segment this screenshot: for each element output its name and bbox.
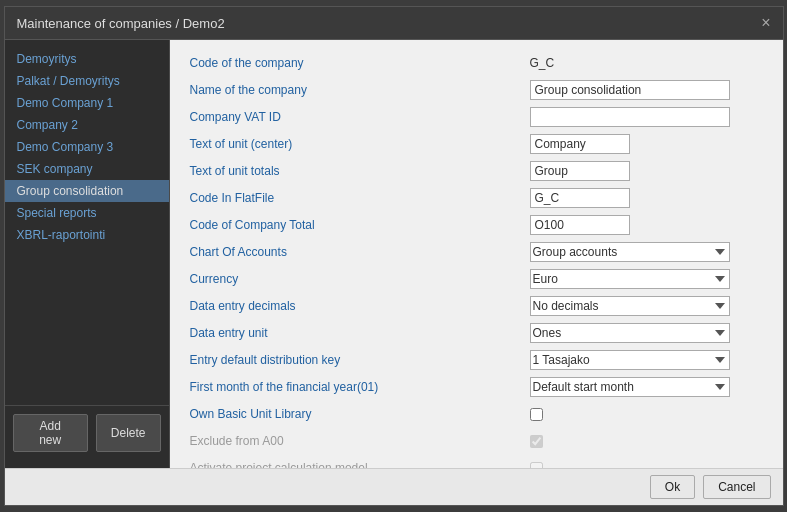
form-row-13: Own Basic Unit Library [190, 403, 763, 425]
delete-button[interactable]: Delete [96, 414, 161, 452]
form-row-1: Name of the company [190, 79, 763, 101]
form-select-10[interactable]: Ones [530, 323, 730, 343]
add-new-button[interactable]: Add new [13, 414, 88, 452]
form-input-6[interactable] [530, 215, 630, 235]
form-row-5: Code In FlatFile [190, 187, 763, 209]
close-button[interactable]: × [761, 15, 770, 31]
form-select-9[interactable]: No decimals [530, 296, 730, 316]
form-input-1[interactable] [530, 80, 730, 100]
dialog-footer: Ok Cancel [5, 468, 783, 505]
form-row-10: Data entry unitOnes [190, 322, 763, 344]
form-label-6: Code of Company Total [190, 218, 530, 232]
form-input-3[interactable] [530, 134, 630, 154]
dialog-title: Maintenance of companies / Demo2 [17, 16, 225, 31]
form-label-2: Company VAT ID [190, 110, 530, 124]
form-label-13: Own Basic Unit Library [190, 407, 530, 421]
sidebar-item-0[interactable]: Demoyritys [5, 48, 169, 70]
dialog-body: DemoyritysPalkat / DemoyritysDemo Compan… [5, 40, 783, 468]
form-label-12: First month of the financial year(01) [190, 380, 530, 394]
sidebar-item-8[interactable]: XBRL-raportointi [5, 224, 169, 246]
form-checkbox-13[interactable] [530, 408, 543, 421]
form-label-8: Currency [190, 272, 530, 286]
form-row-11: Entry default distribution key1 Tasajako [190, 349, 763, 371]
form-select-12[interactable]: Default start month [530, 377, 730, 397]
sidebar-item-3[interactable]: Company 2 [5, 114, 169, 136]
form-row-3: Text of unit (center) [190, 133, 763, 155]
sidebar-item-6[interactable]: Group consolidation [5, 180, 169, 202]
form-row-9: Data entry decimalsNo decimals [190, 295, 763, 317]
form-label-15: Activate project calculation model [190, 461, 530, 468]
form-label-14: Exclude from A00 [190, 434, 530, 448]
form-label-1: Name of the company [190, 83, 530, 97]
form-row-12: First month of the financial year(01)Def… [190, 376, 763, 398]
sidebar-item-1[interactable]: Palkat / Demoyritys [5, 70, 169, 92]
form-label-7: Chart Of Accounts [190, 245, 530, 259]
form-content: Code of the companyG_CName of the compan… [170, 40, 783, 468]
form-row-15: Activate project calculation model [190, 457, 763, 468]
form-label-4: Text of unit totals [190, 164, 530, 178]
sidebar-item-4[interactable]: Demo Company 3 [5, 136, 169, 158]
form-input-5[interactable] [530, 188, 630, 208]
sidebar-item-7[interactable]: Special reports [5, 202, 169, 224]
form-row-7: Chart Of AccountsGroup accounts [190, 241, 763, 263]
form-select-11[interactable]: 1 Tasajako [530, 350, 730, 370]
main-dialog: Maintenance of companies / Demo2 × Demoy… [4, 6, 784, 506]
form-checkbox-14 [530, 435, 543, 448]
form-row-4: Text of unit totals [190, 160, 763, 182]
form-label-3: Text of unit (center) [190, 137, 530, 151]
sidebar-item-5[interactable]: SEK company [5, 158, 169, 180]
form-input-2[interactable] [530, 107, 730, 127]
sidebar-footer: Add new Delete [5, 405, 169, 460]
form-row-14: Exclude from A00 [190, 430, 763, 452]
form-label-5: Code In FlatFile [190, 191, 530, 205]
form-select-7[interactable]: Group accounts [530, 242, 730, 262]
form-label-10: Data entry unit [190, 326, 530, 340]
title-bar: Maintenance of companies / Demo2 × [5, 7, 783, 40]
form-select-8[interactable]: Euro [530, 269, 730, 289]
form-input-4[interactable] [530, 161, 630, 181]
form-value-0: G_C [530, 56, 555, 70]
sidebar: DemoyritysPalkat / DemoyritysDemo Compan… [5, 40, 170, 468]
form-label-0: Code of the company [190, 56, 530, 70]
form-row-8: CurrencyEuro [190, 268, 763, 290]
sidebar-list: DemoyritysPalkat / DemoyritysDemo Compan… [5, 48, 169, 246]
sidebar-item-2[interactable]: Demo Company 1 [5, 92, 169, 114]
form-row-0: Code of the companyG_C [190, 52, 763, 74]
ok-button[interactable]: Ok [650, 475, 695, 499]
form-label-11: Entry default distribution key [190, 353, 530, 367]
form-row-2: Company VAT ID [190, 106, 763, 128]
form-row-6: Code of Company Total [190, 214, 763, 236]
cancel-button[interactable]: Cancel [703, 475, 770, 499]
form-label-9: Data entry decimals [190, 299, 530, 313]
